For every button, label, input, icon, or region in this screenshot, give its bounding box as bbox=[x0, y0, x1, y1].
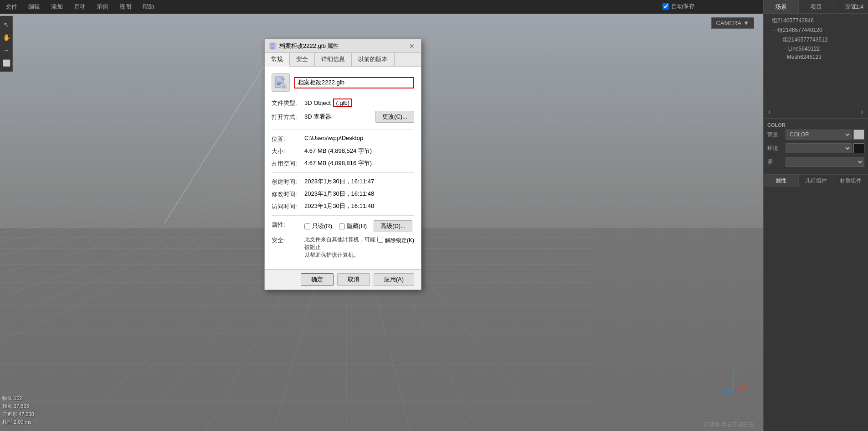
unlock-checkbox[interactable] bbox=[377, 237, 383, 243]
filename-input[interactable] bbox=[294, 77, 414, 88]
disk-size-label: 占用空间: bbox=[272, 159, 304, 168]
filetype-row: 文件类型: 3D Object (.glb) bbox=[272, 99, 414, 107]
dialog-tab-general[interactable]: 常规 bbox=[265, 53, 290, 67]
dialog-titlebar: 档案柜改2222.glb 属性 ✕ bbox=[265, 39, 421, 53]
separator-2 bbox=[272, 172, 414, 173]
dialog-close-button[interactable]: ✕ bbox=[407, 42, 416, 51]
file-dialog: 档案柜改2222.glb 属性 ✕ 常规 安全 详细信息 以前的版本 bbox=[264, 39, 421, 290]
created-label: 创建时间: bbox=[272, 177, 304, 186]
svg-rect-40 bbox=[272, 47, 273, 47]
hidden-checkbox[interactable] bbox=[339, 223, 345, 229]
dialog-tab-security[interactable]: 安全 bbox=[290, 53, 315, 66]
dialog-tabs: 常规 安全 详细信息 以前的版本 bbox=[265, 53, 421, 67]
disk-size-value: 4.67 MB (4,898,816 字节) bbox=[304, 159, 414, 167]
separator-3 bbox=[272, 215, 414, 216]
filetype-text: 3D Object bbox=[304, 99, 331, 106]
disk-size-row: 占用空间: 4.67 MB (4,898,816 字节) bbox=[272, 159, 414, 168]
accessed-label: 访问时间: bbox=[272, 202, 304, 211]
dialog-footer: 确定 取消 应用(A) bbox=[265, 269, 421, 290]
size-value: 4.67 MB (4,898,524 字节) bbox=[304, 147, 414, 155]
svg-point-47 bbox=[283, 86, 285, 88]
security-label: 安全: bbox=[272, 236, 304, 244]
change-button[interactable]: 更改(C)... bbox=[375, 111, 414, 123]
svg-rect-44 bbox=[277, 84, 280, 85]
open-with-row: 打开方式: 3D 查看器 更改(C)... bbox=[272, 111, 414, 123]
dialog-tab-previous[interactable]: 以前的版本 bbox=[352, 53, 395, 66]
hidden-label: 隐藏(H) bbox=[347, 222, 367, 230]
svg-rect-43 bbox=[277, 83, 282, 84]
ok-button[interactable]: 确定 bbox=[301, 273, 334, 286]
attr-label: 属性: bbox=[272, 220, 304, 229]
file-icon bbox=[272, 73, 290, 92]
dialog-title-text: 档案柜改2222.glb 属性 bbox=[269, 42, 339, 50]
dialog-tab-details[interactable]: 详细信息 bbox=[315, 53, 352, 66]
readonly-checkbox[interactable] bbox=[304, 223, 310, 229]
svg-rect-39 bbox=[272, 46, 274, 46]
location-value: C:\Users\wpp\Desktop bbox=[304, 135, 414, 141]
hidden-checkbox-label: 隐藏(H) bbox=[339, 222, 367, 230]
open-method-value: 3D 查看器 bbox=[304, 113, 375, 121]
filetype-ext: (.glb) bbox=[333, 99, 352, 107]
apply-button[interactable]: 应用(A) bbox=[374, 273, 414, 286]
cancel-button[interactable]: 取消 bbox=[337, 273, 370, 286]
location-row: 位置: C:\Users\wpp\Desktop bbox=[272, 135, 414, 143]
accessed-value: 2023年1月30日，16:11:48 bbox=[304, 202, 414, 210]
advanced-button[interactable]: 高级(D)... bbox=[374, 220, 412, 232]
readonly-label: 只读(R) bbox=[312, 222, 332, 230]
readonly-checkbox-label: 只读(R) bbox=[304, 222, 332, 230]
svg-rect-42 bbox=[277, 82, 282, 83]
attr-row-container: 属性: 只读(R) 隐藏(H) 高级(D)... bbox=[272, 220, 414, 232]
dialog-title-label: 档案柜改2222.glb 属性 bbox=[279, 42, 339, 50]
size-label: 大小: bbox=[272, 147, 304, 156]
modified-label: 修改时间: bbox=[272, 190, 304, 198]
location-label: 位置: bbox=[272, 135, 304, 143]
dialog-content: 文件类型: 3D Object (.glb) 打开方式: 3D 查看器 更改(C… bbox=[265, 67, 421, 269]
modified-value: 2023年1月30日，16:11:48 bbox=[304, 190, 414, 198]
filetype-label: 文件类型: bbox=[272, 99, 304, 107]
accessed-row: 访问时间: 2023年1月30日，16:11:48 bbox=[272, 202, 414, 211]
open-method-label: 打开方式: bbox=[272, 113, 304, 121]
created-row: 创建时间: 2023年1月30日，16:11:47 bbox=[272, 177, 414, 186]
separator-1 bbox=[272, 130, 414, 130]
security-checkbox-area: 解除锁定(K) bbox=[377, 237, 414, 244]
filetype-value: 3D Object (.glb) bbox=[304, 99, 414, 107]
modified-row: 修改时间: 2023年1月30日，16:11:48 bbox=[272, 190, 414, 198]
dialog-overlay: 档案柜改2222.glb 属性 ✕ 常规 安全 详细信息 以前的版本 bbox=[0, 0, 868, 431]
unlock-label: 解除锁定(K) bbox=[385, 237, 414, 244]
svg-rect-38 bbox=[272, 45, 274, 45]
security-row: 安全: 此文件来自其他计算机，可能被阻止以帮助保护该计算机。 解除锁定(K) bbox=[272, 236, 414, 259]
dialog-title-icon bbox=[269, 42, 277, 50]
attr-row: 只读(R) 隐藏(H) 高级(D)... bbox=[304, 220, 412, 232]
created-value: 2023年1月30日，16:11:47 bbox=[304, 177, 414, 186]
size-row: 大小: 4.67 MB (4,898,524 字节) bbox=[272, 147, 414, 156]
security-text: 此文件来自其他计算机，可能被阻止以帮助保护该计算机。 bbox=[304, 236, 377, 259]
filename-row bbox=[272, 73, 414, 92]
